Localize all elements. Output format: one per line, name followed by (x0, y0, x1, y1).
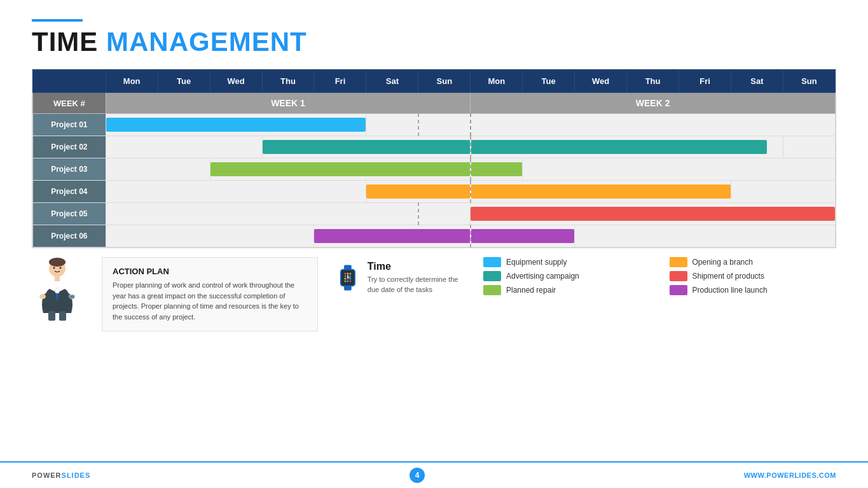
svg-point-25 (349, 280, 351, 282)
project-row-02: Project 02 (33, 136, 836, 158)
legend-item-4: Planned repair (483, 285, 651, 295)
project-04-label: Project 04 (33, 181, 106, 203)
project-01-label: Project 01 (33, 114, 106, 136)
svg-point-19 (349, 275, 351, 277)
legend-label-4: Planned repair (506, 286, 556, 295)
day-thu-1: Thu (262, 70, 314, 93)
svg-point-1 (49, 258, 65, 267)
day-tue-2: Tue (523, 70, 575, 93)
legend-color-2 (483, 271, 501, 281)
project-row-06: Project 06 (33, 225, 836, 247)
title-management: MANAGEMENT (106, 27, 307, 57)
page-number: 4 (410, 468, 425, 483)
project-row-03: Project 03 (33, 158, 836, 181)
footer-url: WWW.POWERLIDES.COM (744, 471, 836, 479)
svg-point-15 (347, 273, 348, 275)
svg-point-17 (344, 275, 346, 277)
project-01-bar-cell (106, 114, 366, 136)
legend-item-0: Equipment supply (483, 257, 651, 267)
day-wed-2: Wed (575, 70, 627, 93)
time-box: Time Try to correctly determine the due … (337, 257, 464, 298)
svg-point-20 (344, 278, 346, 280)
time-description: Try to correctly determine the due date … (368, 275, 464, 295)
action-plan-box: ACTION PLAN Proper planning of work and … (102, 257, 318, 331)
svg-point-28 (347, 277, 348, 278)
svg-point-3 (60, 267, 62, 269)
legend-item-3: Shipment of products (670, 271, 837, 281)
svg-point-2 (53, 267, 55, 269)
svg-point-24 (347, 280, 348, 282)
person-icon (32, 257, 83, 321)
legend-label-2: Advertising campaign (506, 272, 579, 281)
footer-slides: SLIDES (62, 471, 91, 479)
svg-point-16 (349, 273, 351, 275)
legend-color-4 (483, 285, 501, 295)
day-wed-1: Wed (210, 70, 262, 93)
project-row-04: Project 04 (33, 181, 836, 203)
footer-power: POWER (32, 471, 62, 479)
legend-item-2: Advertising campaign (483, 271, 651, 281)
day-thu-2: Thu (627, 70, 679, 93)
legend-label-0: Equipment supply (506, 258, 567, 267)
bottom-section: ACTION PLAN Proper planning of work and … (32, 257, 836, 331)
action-plan-title: ACTION PLAN (113, 267, 307, 276)
footer-brand: POWERSLIDES (32, 471, 90, 479)
week-hash-label: WEEK # (33, 93, 106, 114)
svg-point-22 (349, 278, 351, 280)
day-fri-2: Fri (679, 70, 731, 93)
svg-rect-4 (55, 276, 60, 281)
day-sat-1: Sat (366, 70, 418, 93)
title-time: TIME (32, 27, 98, 57)
project-06-label: Project 06 (33, 225, 106, 247)
gantt-chart: Mon Tue Wed Thu Fri Sat Sun Mon Tue Wed … (32, 69, 836, 248)
day-header-row: Mon Tue Wed Thu Fri Sat Sun Mon Tue Wed … (33, 70, 836, 93)
header-bar (32, 19, 83, 22)
watch-icon (337, 257, 359, 298)
day-mon-1: Mon (106, 70, 158, 93)
day-mon-2: Mon (471, 70, 523, 93)
svg-point-5 (39, 294, 46, 299)
project-03-label: Project 03 (33, 158, 106, 181)
svg-rect-9 (59, 311, 66, 321)
legend-label-1: Opening a branch (692, 258, 753, 267)
person-figure (32, 257, 83, 321)
legend-label-5: Production line launch (692, 286, 768, 295)
legend-color-0 (483, 257, 501, 267)
week2-label: WEEK 2 (471, 93, 836, 114)
time-text: Time Try to correctly determine the due … (368, 261, 464, 295)
legend-item-1: Opening a branch (670, 257, 837, 267)
legend-color-3 (670, 271, 687, 281)
action-plan-text: Proper planning of work and control of w… (113, 280, 307, 322)
day-sat-2: Sat (731, 70, 783, 93)
footer: POWERSLIDES 4 WWW.POWERLIDES.COM (0, 461, 868, 488)
legend-color-1 (670, 257, 687, 267)
gantt-table: Mon Tue Wed Thu Fri Sat Sun Mon Tue Wed … (32, 69, 836, 247)
svg-point-14 (344, 273, 346, 275)
svg-rect-7 (69, 295, 74, 298)
legend-label-3: Shipment of products (692, 272, 764, 281)
day-sun-1: Sun (418, 70, 471, 93)
svg-rect-8 (48, 311, 55, 321)
day-sun-2: Sun (783, 70, 835, 93)
project-row-05: Project 05 (33, 203, 836, 225)
legend-section: Equipment supply Opening a branch Advert… (483, 257, 836, 295)
time-title: Time (368, 261, 464, 272)
page-title: TIME MANAGEMENT (32, 27, 836, 57)
week-label-row: WEEK # WEEK 1 WEEK 2 (33, 93, 836, 114)
legend-item-5: Production line launch (670, 285, 837, 295)
empty-header (33, 70, 106, 93)
legend-color-5 (670, 285, 687, 295)
day-tue-1: Tue (158, 70, 210, 93)
project-row-01: Project 01 (33, 114, 836, 136)
week1-label: WEEK 1 (106, 93, 471, 114)
project-02-label: Project 02 (33, 136, 106, 158)
project-05-label: Project 05 (33, 203, 106, 225)
day-fri-1: Fri (314, 70, 366, 93)
svg-point-23 (344, 280, 346, 282)
